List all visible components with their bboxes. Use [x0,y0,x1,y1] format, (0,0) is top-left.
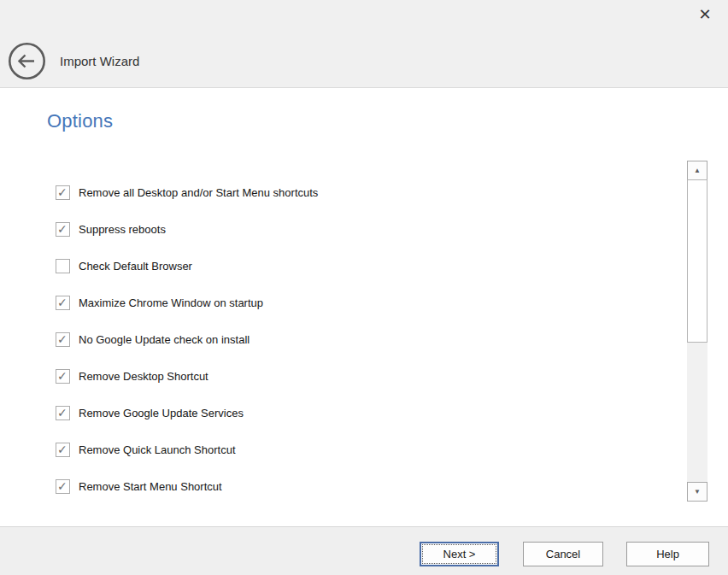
wizard-title: Import Wizard [60,54,139,68]
checkbox[interactable]: ✓ [56,296,70,310]
checkmark-icon: ✓ [57,369,68,383]
scroll-up-button[interactable]: ▲ [687,161,707,180]
vertical-scrollbar: ▲ ▼ [687,161,707,502]
option-row: ✓ Remove all Desktop and/or Start Menu s… [56,174,662,211]
next-button[interactable]: Next > [420,542,499,566]
checkmark-icon: ✓ [57,185,68,199]
options-list: ✓ Remove all Desktop and/or Start Menu s… [56,174,662,505]
checkmark-icon: ✓ [57,332,68,346]
scroll-down-icon: ▼ [694,488,701,496]
checkbox[interactable]: ✓ [56,185,70,200]
option-row: ✓ Remove Desktop Shortcut [56,358,662,395]
checkmark-icon: ✓ [57,443,68,456]
option-row: ✓ Maximize Chrome Window on startup [56,285,662,321]
back-arrow-icon [8,68,46,83]
scrollbar-thumb[interactable] [687,179,707,343]
option-row: ✓ No Google Update check on install [56,321,662,358]
help-button[interactable]: Help [626,542,709,566]
checkbox-label[interactable]: Remove all Desktop and/or Start Menu sho… [79,186,318,199]
checkmark-icon: ✓ [57,406,68,420]
cancel-button[interactable]: Cancel [523,542,603,566]
checkbox-label[interactable]: Remove Desktop Shortcut [79,370,208,383]
close-icon: ✕ [698,6,711,23]
checkbox-label[interactable]: Check Default Browser [79,260,192,273]
scrollbar-track[interactable] [687,343,707,482]
checkmark-icon: ✓ [57,296,68,309]
wizard-footer: Next > Cancel Help [0,526,728,575]
checkbox[interactable]: ✓ [56,443,70,457]
checkbox-label[interactable]: No Google Update check on install [79,333,250,346]
checkbox[interactable]: ✓ [56,406,70,420]
checkbox[interactable]: ✓ [56,479,70,494]
checkbox-label[interactable]: Maximize Chrome Window on startup [79,296,263,309]
checkmark-icon: ✓ [57,479,68,493]
option-row: ✓ Remove Google Update Services [56,395,662,431]
checkbox[interactable]: ✓ [56,369,70,384]
scroll-up-icon: ▲ [694,167,701,174]
close-button[interactable]: ✕ [694,3,716,26]
checkbox-label[interactable]: Remove Quick Launch Shortcut [79,443,236,456]
wizard-header: Import Wizard ✕ [0,0,728,88]
option-row: ✓ Remove Start Menu Shortcut [56,468,662,505]
import-wizard-dialog: Import Wizard ✕ Options ✓ Remove all Des… [0,0,728,575]
back-button[interactable] [8,42,46,80]
checkbox-label[interactable]: Suppress reboots [79,223,166,236]
page-title: Options [47,110,113,132]
checkbox[interactable] [56,259,70,273]
checkbox[interactable]: ✓ [56,332,70,347]
checkbox-label[interactable]: Remove Start Menu Shortcut [79,480,222,493]
scroll-down-button[interactable]: ▼ [687,482,707,502]
option-row: ✓ Remove Quick Launch Shortcut [56,431,662,468]
checkmark-icon: ✓ [57,222,68,236]
option-row: Check Default Browser [56,248,662,285]
checkbox-label[interactable]: Remove Google Update Services [79,407,244,420]
checkbox[interactable]: ✓ [56,222,70,237]
option-row: ✓ Suppress reboots [56,211,662,248]
